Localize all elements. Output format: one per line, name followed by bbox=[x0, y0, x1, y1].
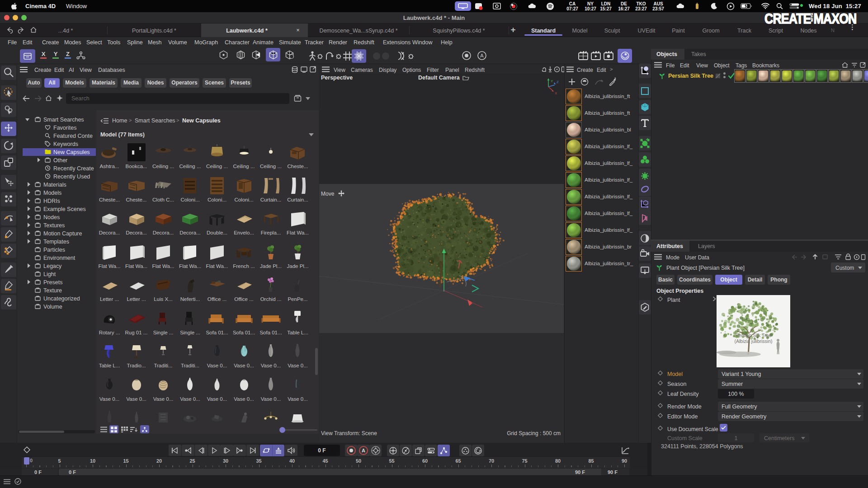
svg-text:A: A bbox=[480, 53, 484, 58]
svg-text:A: A bbox=[362, 448, 365, 453]
